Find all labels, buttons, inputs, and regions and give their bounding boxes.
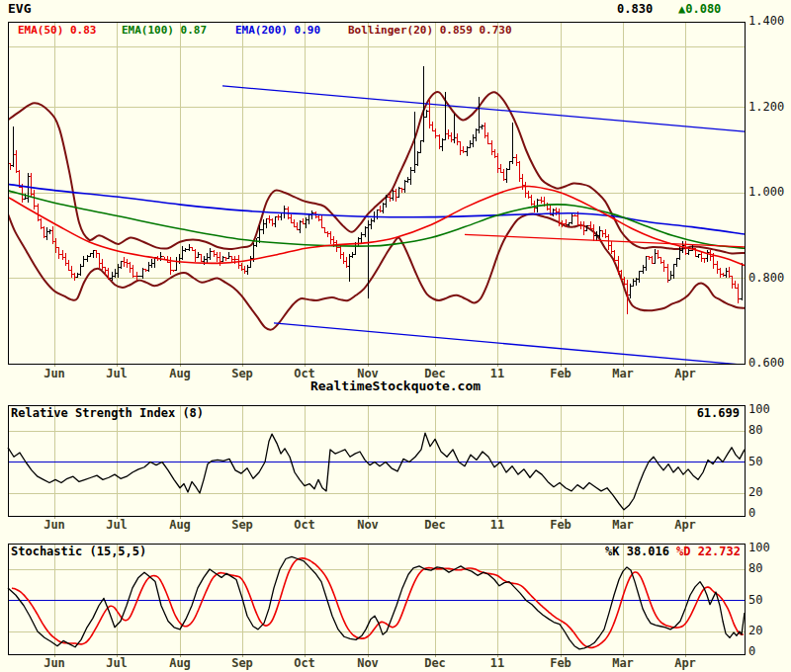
ohlc-bar bbox=[715, 261, 719, 274]
stochastic-tick-label: 0 bbox=[748, 644, 755, 658]
ohlc-bar bbox=[11, 126, 15, 167]
x-axis-label-nov: Nov bbox=[345, 518, 391, 532]
ohlc-bar bbox=[671, 264, 675, 280]
ohlc-bar bbox=[740, 263, 744, 300]
main-series-group bbox=[8, 66, 745, 365]
ohlc-bar bbox=[629, 284, 633, 298]
ohlc-bar bbox=[607, 234, 611, 250]
ohlc-bar bbox=[478, 97, 482, 134]
watermark-link[interactable]: RealtimeStockquote.com bbox=[0, 379, 791, 392]
x-axis-label-jun: Jun bbox=[32, 367, 77, 380]
stochastic-label: Stochastic (15,5,5) bbox=[11, 546, 146, 558]
ohlc-bar bbox=[341, 252, 345, 265]
ohlc-bar bbox=[36, 204, 40, 221]
ohlc-bar bbox=[654, 249, 658, 263]
stochastic-k-line bbox=[8, 556, 745, 648]
ohlc-bar bbox=[360, 232, 364, 243]
ohlc-bar bbox=[249, 256, 253, 268]
x-axis-label-11: 11 bbox=[475, 367, 520, 380]
stochastic-tick-label: 50 bbox=[748, 593, 762, 607]
ohlc-bar bbox=[446, 129, 450, 139]
ohlc-bar bbox=[329, 231, 333, 244]
stochastic-tick-label: 80 bbox=[748, 561, 762, 575]
ohlc-bar bbox=[421, 66, 425, 142]
x-axis-label-aug: Aug bbox=[157, 518, 203, 532]
ohlc-bar bbox=[283, 206, 287, 217]
ohlc-bar bbox=[737, 284, 741, 303]
x-axis-label-mar: Mar bbox=[600, 367, 646, 380]
ema50-line bbox=[8, 186, 745, 265]
ohlc-bar bbox=[505, 168, 509, 183]
ohlc-bar bbox=[431, 122, 435, 131]
x-axis-label-apr: Apr bbox=[662, 518, 708, 532]
ohlc-bar bbox=[60, 250, 64, 260]
ohlc-bar bbox=[54, 238, 58, 253]
ticker-symbol: EVG bbox=[8, 2, 31, 15]
x-axis-label-sep: Sep bbox=[220, 367, 265, 380]
ohlc-bar bbox=[706, 250, 710, 262]
ohlc-bar bbox=[209, 248, 213, 260]
rsi-line bbox=[8, 433, 745, 510]
ohlc-bar bbox=[483, 123, 487, 138]
stochastic-d-line bbox=[12, 558, 744, 647]
ohlc-bar bbox=[409, 167, 413, 185]
x-axis-label-jul: Jul bbox=[94, 367, 139, 380]
ohlc-bar bbox=[27, 173, 31, 203]
price-tick-label: 1.400 bbox=[748, 14, 784, 28]
legend-item-3: Bollinger(20) 0.859 0.730 bbox=[348, 24, 512, 37]
ohlc-bar bbox=[147, 262, 151, 272]
ohlc-bar bbox=[98, 253, 102, 268]
ohlc-bar bbox=[45, 227, 49, 240]
ohlc-bar bbox=[299, 220, 303, 233]
x-axis-label-11: 11 bbox=[475, 656, 520, 670]
x-axis-label-nov: Nov bbox=[345, 367, 391, 380]
x-axis-label-feb: Feb bbox=[538, 367, 583, 380]
rsi-value: 61.699 bbox=[672, 407, 740, 420]
ohlc-bar bbox=[724, 268, 728, 278]
ohlc-bar bbox=[570, 213, 573, 224]
chart-canvas bbox=[0, 0, 791, 672]
ohlc-bar bbox=[246, 265, 250, 275]
ohlc-bar bbox=[632, 279, 636, 287]
ohlc-bar bbox=[462, 146, 466, 153]
x-axis-label-oct: Oct bbox=[282, 367, 327, 380]
ohlc-bar bbox=[14, 150, 18, 173]
x-axis-label-oct: Oct bbox=[282, 518, 327, 532]
stochastic-d-value: %D 22.732 bbox=[676, 546, 741, 558]
ohlc-bar bbox=[644, 257, 648, 271]
ohlc-bar bbox=[230, 256, 234, 262]
x-axis-label-jun: Jun bbox=[32, 656, 77, 670]
ohlc-bar bbox=[489, 140, 493, 155]
x-axis-label-dec: Dec bbox=[412, 367, 458, 380]
rsi-tick-label: 80 bbox=[748, 423, 762, 437]
ohlc-bar bbox=[734, 281, 738, 289]
x-axis-label-dec: Dec bbox=[412, 518, 458, 532]
ohlc-bar bbox=[610, 241, 614, 254]
ema200-line bbox=[8, 184, 745, 234]
ohlc-bar bbox=[181, 246, 185, 261]
ohlc-bar bbox=[379, 206, 383, 212]
rsi-tick-label: 100 bbox=[748, 402, 770, 416]
legend-item-2: EMA(200) 0.90 bbox=[235, 24, 320, 37]
ohlc-bar bbox=[66, 260, 70, 270]
ohlc-bar bbox=[184, 248, 188, 252]
ohlc-bar bbox=[481, 125, 484, 128]
ohlc-bar bbox=[319, 215, 323, 227]
ohlc-bar bbox=[101, 259, 105, 270]
ohlc-bar bbox=[382, 203, 386, 212]
blue-trendline bbox=[274, 323, 745, 365]
ohlc-bar bbox=[400, 188, 404, 193]
x-axis-label-dec: Dec bbox=[412, 656, 458, 670]
legend-item-1: EMA(100) 0.87 bbox=[122, 24, 207, 37]
ohlc-bar bbox=[709, 250, 713, 261]
x-axis-label-jul: Jul bbox=[94, 518, 139, 532]
ohlc-bar bbox=[212, 250, 216, 257]
ohlc-bar bbox=[76, 273, 80, 279]
ohlc-bar bbox=[718, 268, 722, 278]
ohlc-bar bbox=[641, 265, 645, 274]
ohlc-bar bbox=[456, 133, 460, 145]
legend-item-0: EMA(50) 0.83 bbox=[18, 24, 96, 37]
ohlc-bar bbox=[468, 140, 472, 148]
ohlc-bar bbox=[495, 153, 499, 173]
ohlc-bar bbox=[524, 182, 528, 198]
